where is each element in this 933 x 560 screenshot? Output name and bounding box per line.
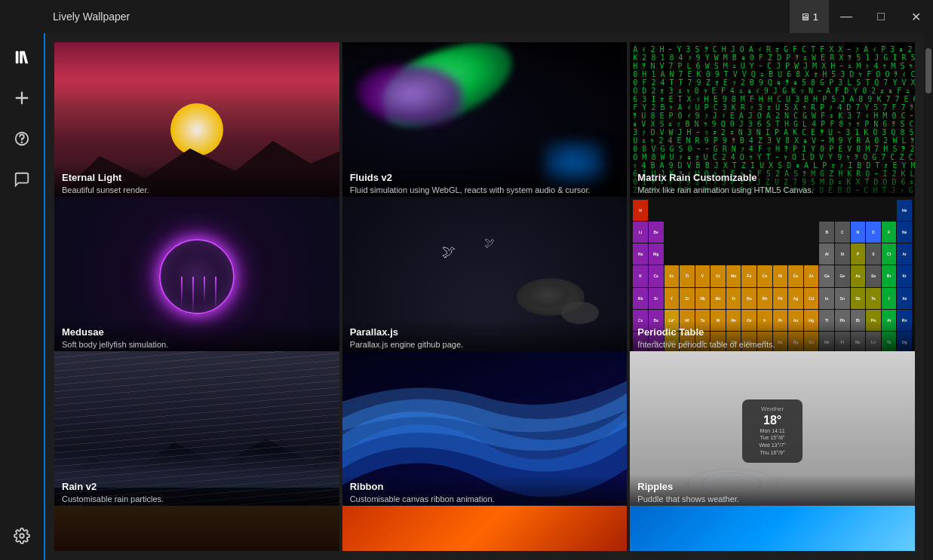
svg-rect-1	[20, 51, 23, 64]
periodic-element	[664, 200, 680, 221]
card-info-periodic-table: Periodic Table Interactive periodic tabl…	[630, 320, 915, 356]
periodic-element: Ni	[773, 265, 788, 286]
maximize-button[interactable]: □	[864, 0, 898, 33]
periodic-element: Y	[664, 288, 680, 309]
periodic-element: Xe	[897, 288, 912, 309]
periodic-element: As	[851, 265, 866, 286]
scrollbar-thumb[interactable]	[925, 48, 931, 93]
wallpaper-card-matrix-rain[interactable]: A ｨ 2 H ｰ Y 3 S ｦ C H J O A ｨ R ｫ G F C …	[630, 42, 915, 201]
scrollbar-track[interactable]	[924, 33, 933, 560]
card-info-ribbon: Ribbon Customisable canvas ribbon animat…	[342, 475, 628, 510]
periodic-element: Sn	[835, 288, 850, 309]
monitor-button[interactable]: 🖥 1	[790, 0, 829, 33]
periodic-element: Kr	[897, 265, 912, 286]
periodic-element: Zr	[680, 288, 695, 309]
wallpaper-card-partial2[interactable]	[342, 506, 628, 551]
periodic-element	[664, 243, 680, 265]
periodic-element	[680, 200, 695, 221]
card-title-parallax: Parallax.js	[350, 326, 620, 338]
sidebar-item-settings[interactable]	[5, 519, 38, 552]
wallpaper-card-ripples[interactable]: Weather 18° Mon 14:11 Tue 15°/8° Wed 13°…	[630, 351, 915, 510]
card-title-ripples: Ripples	[637, 481, 907, 492]
periodic-element	[835, 200, 850, 221]
card-desc-fluids-v2: Fluid simulation using WebGL, reacts wit…	[350, 185, 620, 195]
periodic-element: K	[633, 265, 648, 286]
card-info-ripples: Ripples Puddle that shows weather.	[630, 475, 915, 510]
wallpaper-card-partial1[interactable]	[54, 506, 339, 551]
periodic-element: Be	[649, 222, 664, 243]
card-title-medusae: Medusae	[62, 326, 332, 338]
periodic-element	[726, 222, 741, 243]
periodic-element: Ag	[788, 288, 803, 309]
feedback-icon	[14, 171, 30, 188]
periodic-element	[695, 222, 710, 243]
wallpaper-card-parallax[interactable]: 🕊 🕊 Parallax.js Parallax.js engine githu…	[342, 197, 628, 356]
close-button[interactable]: ✕	[898, 0, 933, 33]
periodic-element: C	[835, 222, 850, 243]
periodic-element: Cu	[788, 265, 803, 286]
periodic-element	[741, 243, 757, 265]
periodic-element	[788, 243, 803, 265]
periodic-element: Mn	[726, 265, 741, 286]
sidebar-item-library[interactable]	[5, 41, 38, 74]
periodic-element	[866, 200, 881, 221]
periodic-element	[695, 200, 710, 221]
card-desc-eternal-light: Beautiful sunset render.	[62, 185, 332, 195]
periodic-element: Sc	[664, 265, 680, 286]
periodic-element	[773, 243, 788, 265]
periodic-element: Ge	[835, 265, 850, 286]
periodic-element: Ar	[897, 243, 912, 265]
periodic-element: Ne	[897, 222, 912, 243]
card-desc-matrix-rain: Matrix like rain animation using HTML5 C…	[637, 185, 907, 195]
periodic-element: Fe	[741, 265, 757, 286]
weather-widget: Weather 18° Mon 14:11 Tue 15°/8° Wed 13°…	[742, 399, 803, 462]
periodic-element: Co	[757, 265, 772, 286]
periodic-element	[741, 222, 757, 243]
help-icon	[14, 130, 30, 147]
wallpaper-card-ribbon[interactable]: Ribbon Customisable canvas ribbon animat…	[342, 351, 628, 510]
periodic-element: O	[866, 222, 881, 243]
periodic-element	[726, 200, 741, 221]
periodic-element: F	[882, 222, 897, 243]
periodic-element: In	[819, 288, 834, 309]
sidebar-item-help[interactable]	[5, 122, 38, 155]
periodic-element: Rh	[757, 288, 772, 309]
card-desc-parallax: Parallax.js engine github page.	[350, 339, 620, 350]
window-controls: 🖥 1 — □ ✕	[790, 0, 933, 33]
periodic-element	[695, 243, 710, 265]
periodic-element	[882, 200, 897, 221]
wallpaper-card-fluids-v2[interactable]: Fluids v2 Fluid simulation using WebGL, …	[342, 42, 628, 201]
periodic-element: He	[897, 200, 912, 221]
wallpaper-card-rain-v2[interactable]: Rain v2 Customisable rain particles.	[54, 351, 339, 510]
periodic-element	[710, 200, 726, 221]
card-desc-ribbon: Customisable canvas ribbon animation.	[350, 494, 620, 504]
card-info-fluids-v2: Fluids v2 Fluid simulation using WebGL, …	[342, 166, 628, 201]
wallpaper-grid: Eternal Light Beautiful sunset render. F…	[45, 33, 924, 560]
add-icon	[14, 90, 30, 106]
periodic-element	[649, 200, 664, 221]
wallpaper-card-medusae[interactable]: Medusae Soft body jellyfish simulation.	[54, 197, 339, 356]
library-icon	[14, 49, 30, 66]
periodic-element	[773, 222, 788, 243]
minimize-button[interactable]: —	[829, 0, 864, 33]
wallpaper-card-periodic-table[interactable]: HHeLiBeBCNOFNeNaMgAlSiPSClArKCaScTiVCrMn…	[630, 197, 915, 356]
periodic-element: H	[633, 200, 648, 221]
card-info-parallax: Parallax.js Parallax.js engine github pa…	[342, 320, 628, 356]
periodic-element	[788, 222, 803, 243]
periodic-element	[680, 222, 695, 243]
card-title-fluids-v2: Fluids v2	[350, 172, 620, 183]
periodic-element: P	[851, 243, 866, 265]
periodic-element	[757, 222, 772, 243]
card-info-rain-v2: Rain v2 Customisable rain particles.	[54, 475, 339, 510]
periodic-element: Si	[835, 243, 850, 265]
sidebar-item-feedback[interactable]	[5, 163, 38, 196]
periodic-element: Na	[633, 243, 648, 265]
card-title-eternal-light: Eternal Light	[62, 172, 332, 183]
periodic-element: Cl	[882, 243, 897, 265]
title-bar: Lively Wallpaper 🖥 1 — □ ✕	[0, 0, 933, 33]
wallpaper-card-eternal-light[interactable]: Eternal Light Beautiful sunset render.	[54, 42, 339, 201]
sidebar-item-add[interactable]	[5, 81, 38, 115]
wallpaper-card-partial3[interactable]	[630, 506, 915, 551]
periodic-element: Mo	[710, 288, 726, 309]
periodic-element: Pd	[773, 288, 788, 309]
